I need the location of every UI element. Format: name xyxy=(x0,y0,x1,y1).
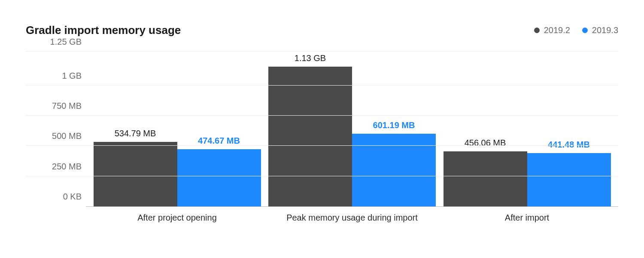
legend-dot-icon xyxy=(534,28,540,33)
bar-group: 1.13 GB601.19 MB xyxy=(268,67,436,206)
chart-title: Gradle import memory usage xyxy=(26,24,181,37)
gridline xyxy=(26,176,618,176)
y-tick-label: 500 MB xyxy=(21,131,82,141)
bar-value-label: 1.13 GB xyxy=(295,53,326,67)
x-tick-label: Peak memory usage during import xyxy=(268,210,436,223)
chart-container: Gradle import memory usage 2019.2 2019.3… xyxy=(0,0,644,258)
bar: 601.19 MB xyxy=(352,134,436,206)
y-tick-label: 1.25 GB xyxy=(21,37,82,47)
bar-group: 534.79 MB474.67 MB xyxy=(94,142,261,206)
gridline xyxy=(26,85,618,86)
legend-item-2019-2: 2019.2 xyxy=(534,25,570,35)
y-tick-label: 0 KB xyxy=(21,192,82,202)
legend-dot-icon xyxy=(582,28,588,33)
bar-value-label: 441.48 MB xyxy=(548,140,590,153)
x-tick-label: After import xyxy=(444,210,611,223)
bar-value-label: 601.19 MB xyxy=(373,120,415,134)
y-tick-label: 250 MB xyxy=(21,161,82,171)
bar-value-label: 456.06 MB xyxy=(465,138,506,151)
gridline xyxy=(26,145,618,146)
chart-plot-area: 534.79 MB474.67 MB1.13 GB601.19 MB456.06… xyxy=(26,52,618,207)
bar: 1.13 GB xyxy=(268,67,352,206)
chart-header: Gradle import memory usage 2019.2 2019.3 xyxy=(26,0,618,52)
bar-group: 456.06 MB441.48 MB xyxy=(444,151,611,206)
legend-label: 2019.3 xyxy=(592,25,618,35)
bar: 441.48 MB xyxy=(527,153,611,206)
x-axis: After project openingPeak memory usage d… xyxy=(86,210,618,223)
bar-groups: 534.79 MB474.67 MB1.13 GB601.19 MB456.06… xyxy=(86,52,618,206)
bar: 456.06 MB xyxy=(444,151,527,206)
y-tick-label: 1 GB xyxy=(21,71,82,80)
bar: 534.79 MB xyxy=(94,142,177,206)
gridline xyxy=(26,115,618,116)
legend-item-2019-3: 2019.3 xyxy=(582,25,618,35)
legend-label: 2019.2 xyxy=(544,25,570,35)
bar-value-label: 534.79 MB xyxy=(115,129,156,142)
gridline xyxy=(26,51,618,52)
y-tick-label: 750 MB xyxy=(21,101,82,111)
x-tick-label: After project opening xyxy=(94,210,261,223)
chart-legend: 2019.2 2019.3 xyxy=(534,25,618,35)
plot-region: 534.79 MB474.67 MB1.13 GB601.19 MB456.06… xyxy=(86,52,618,207)
bar-value-label: 474.67 MB xyxy=(198,136,240,149)
bar: 474.67 MB xyxy=(177,149,261,207)
